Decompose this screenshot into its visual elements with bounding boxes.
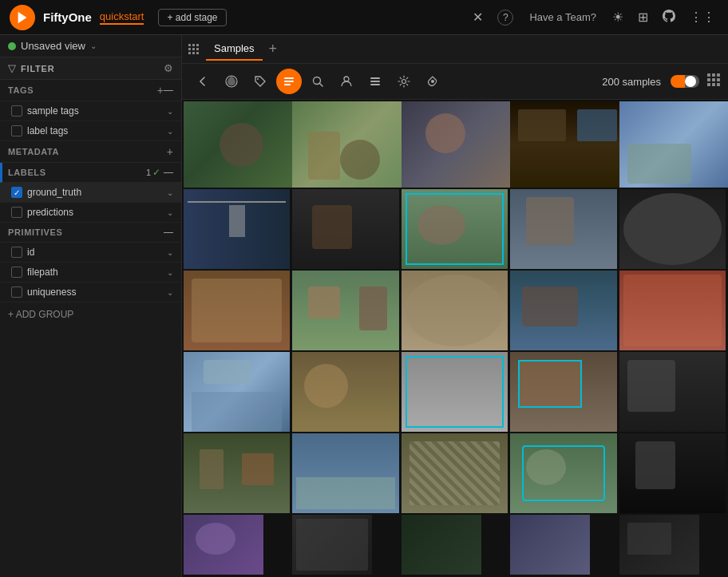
list-button[interactable] [362,69,388,94]
svg-point-17 [344,77,349,81]
close-icon[interactable]: ✕ [473,10,483,25]
sample-tags-expand-icon[interactable]: ⌄ [167,107,173,116]
sidebar-item-ground-truth[interactable]: ground_truth ⌄ [0,183,181,203]
grid-cell[interactable] [402,433,508,513]
grid-cell[interactable] [292,189,398,269]
add-stage-button[interactable]: + add stage [158,9,226,26]
uniqueness-checkbox[interactable] [11,287,22,298]
metadata-subsection-header[interactable]: METADATA + [0,141,181,163]
grid-cell[interactable] [510,271,616,350]
filter-settings-icon[interactable]: ⚙ [164,62,173,74]
sidebar-item-uniqueness[interactable]: uniqueness ⌄ [0,283,181,302]
grid-cell[interactable] [292,271,398,350]
menu-icon[interactable]: ⋮⋮ [690,10,715,25]
sidebar: Unsaved view ⌄ ▽ FILTER ⚙ TAGS + — sampl… [0,35,182,577]
predictions-checkbox[interactable] [11,207,22,218]
toggle-switch[interactable] [671,75,699,88]
toolbar: 200 samples [182,64,728,100]
id-label: id [27,247,162,258]
grid-cell[interactable] [619,271,726,350]
grid-cell[interactable] [510,189,616,269]
github-icon[interactable] [663,10,675,26]
grid-cell[interactable] [510,433,616,513]
ground-truth-checkbox[interactable] [11,187,22,198]
grid-cell[interactable] [402,352,508,432]
svg-rect-1 [188,44,191,46]
grid-cell[interactable] [184,271,290,350]
label-tags-expand-icon[interactable]: ⌄ [167,127,173,136]
quickstart-label[interactable]: quickstart [100,10,144,25]
app-name: FiftyOne [43,10,92,24]
help-icon[interactable]: ? [497,10,513,26]
ground-truth-expand-icon[interactable]: ⌄ [167,188,173,197]
id-expand-icon[interactable]: ⌄ [167,248,173,257]
add-group-button[interactable]: + ADD GROUP [0,302,181,326]
tag-button[interactable] [247,69,273,94]
grid-cell[interactable] [510,515,590,575]
filepath-checkbox[interactable] [11,267,22,278]
grid-view-icon[interactable] [707,73,720,89]
sidebar-item-id[interactable]: id ⌄ [0,243,181,263]
primitives-collapse-icon[interactable]: — [164,227,173,238]
grid-cell[interactable] [402,515,481,575]
svg-rect-6 [196,48,199,50]
svg-marker-0 [18,11,27,22]
grid-cell[interactable] [184,433,290,513]
view-selector[interactable]: Unsaved view ⌄ [0,35,181,57]
tab-samples[interactable]: Samples [206,38,263,61]
filepath-expand-icon[interactable]: ⌄ [167,268,173,277]
grid-cell[interactable] [510,101,625,188]
grid-cell[interactable] [402,271,508,350]
settings-button[interactable] [391,69,417,94]
uniqueness-expand-icon[interactable]: ⌄ [167,288,173,297]
tags-add-icon[interactable]: + [157,84,164,97]
sidebar-item-sample-tags[interactable]: sample tags ⌄ [0,101,181,121]
have-team-label: Have a Team? [529,11,596,23]
sidebar-item-predictions[interactable]: predictions ⌄ [0,203,181,223]
grid-cell[interactable] [510,352,616,432]
metadata-add-icon[interactable]: + [167,145,173,158]
labels-title: LABELS [8,168,146,177]
grid-cell[interactable] [292,101,407,188]
grid-cell[interactable] [619,101,728,188]
grid-cell[interactable] [292,433,398,513]
team-grid-icon[interactable]: ⊞ [638,10,648,25]
grid-cell[interactable] [184,189,290,269]
grid-cell[interactable] [619,515,699,575]
grid-cell[interactable] [184,101,299,188]
back-button[interactable] [190,69,216,94]
grid-cell[interactable] [619,352,726,432]
grid-cell[interactable] [619,189,726,269]
sample-tags-checkbox[interactable] [11,105,22,117]
add-tab-button[interactable]: + [266,41,281,57]
svg-rect-14 [284,84,291,85]
search-button[interactable] [305,69,330,94]
svg-point-21 [402,80,406,84]
grid-cell[interactable] [292,515,372,575]
grid-cell[interactable] [184,352,290,432]
app-logo [10,5,35,30]
predictions-expand-icon[interactable]: ⌄ [167,208,173,217]
labels-collapse-icon[interactable]: — [164,167,173,178]
labels-check-icon: ✓ [152,167,160,178]
primitives-subsection-header[interactable]: PRIMITIVES — [0,223,181,243]
id-checkbox[interactable] [11,247,22,258]
label-tags-checkbox[interactable] [11,125,22,136]
labels-subsection-header[interactable]: LABELS 1 ✓ — [0,163,181,183]
sidebar-item-filepath[interactable]: filepath ⌄ [0,263,181,283]
grid-cell[interactable] [292,352,398,432]
sidebar-item-label-tags[interactable]: label tags ⌄ [0,121,181,141]
grid-cell[interactable] [402,189,508,269]
svg-rect-7 [188,52,191,54]
svg-rect-27 [712,78,715,81]
svg-rect-12 [284,77,294,79]
grid-cell[interactable] [184,515,263,575]
sun-icon[interactable]: ☀ [612,10,623,25]
grid-cell[interactable] [619,433,726,513]
ai-button[interactable] [420,69,445,94]
label-button[interactable] [276,69,302,94]
grid-cell[interactable] [402,101,516,188]
tags-subsection-header[interactable]: TAGS + — [0,80,181,101]
person-button[interactable] [334,69,359,94]
color-button[interactable] [219,69,244,94]
